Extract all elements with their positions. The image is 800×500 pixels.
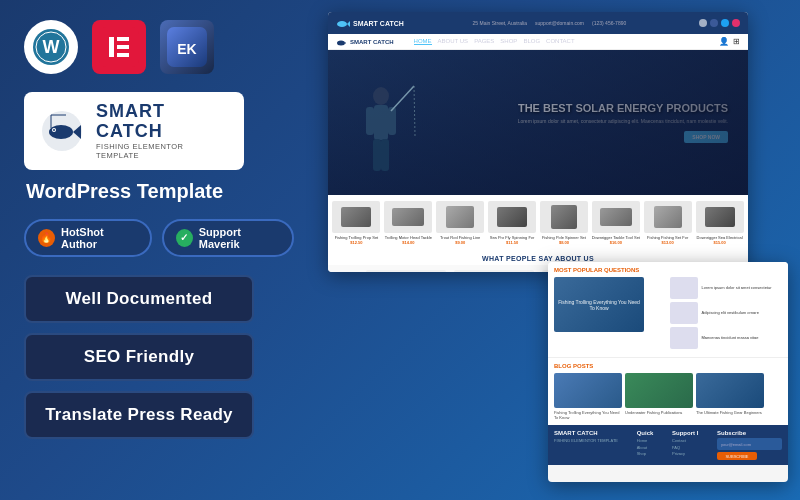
nav-shop[interactable]: SHOP — [500, 38, 517, 45]
q-img-2 — [670, 302, 698, 324]
prod-shape — [446, 206, 474, 228]
svg-text:W: W — [43, 37, 60, 57]
nav-user-icon: 👤 — [719, 37, 729, 46]
nav-pages[interactable]: PAGES — [474, 38, 494, 45]
product-price-5: $8.00 — [559, 240, 569, 245]
product-price-3: $9.00 — [455, 240, 465, 245]
preview-navbar: SMART CATCH HOME ABOUT US PAGES SHOP BLO… — [328, 34, 748, 50]
hotshot-label: HotShot Author — [61, 226, 138, 250]
product-image-3 — [436, 201, 484, 233]
preview-header: SMART CATCH 25 Main Street, Australia su… — [328, 12, 748, 34]
preview-social-icon-3 — [721, 19, 729, 27]
main-site-preview: SMART CATCH 25 Main Street, Australia su… — [328, 12, 748, 272]
nav-brand: SMART CATCH — [350, 39, 394, 45]
template-type-label: WordPress Template — [26, 180, 294, 203]
preview-footer: SMART CATCH FISHING ELEMENTOR TEMPLATE Q… — [548, 425, 788, 465]
q-text-3: Maecenas tincidunt massa vitae — [702, 335, 759, 340]
product-image-7 — [644, 201, 692, 233]
q-img-1 — [670, 277, 698, 299]
svg-rect-24 — [388, 107, 396, 135]
product-item-5: Fishing Pole Spinner Set $8.00 — [540, 201, 589, 245]
svg-text:EK: EK — [177, 41, 196, 57]
author-badges-row: 🔥 HotShot Author ✓ Support Maverik — [24, 219, 294, 257]
prod-shape — [341, 207, 371, 227]
secondary-site-preview: MOST POPULAR QUESTIONS Fishing Trolling … — [548, 262, 788, 482]
nav-blog[interactable]: BLOG — [523, 38, 540, 45]
left-column: W — [24, 20, 294, 449]
footer-subscribe-button[interactable]: SUBSCRIBE — [717, 452, 757, 460]
questions-content: Fishing Trolling Everything You Need To … — [554, 277, 782, 352]
questions-left: Fishing Trolling Everything You Need To … — [554, 277, 667, 352]
product-image-2 — [384, 201, 432, 233]
blog-post-text-1: Fishing Trolling Everything You Need To … — [554, 410, 622, 420]
blog-post-image-3 — [696, 373, 764, 408]
q-text-2: Adipiscing elit vestibulum ornare — [702, 310, 759, 315]
blog-posts-title: BLOG POSTS — [554, 363, 782, 369]
svg-point-21 — [373, 87, 389, 105]
popular-questions-title: MOST POPULAR QUESTIONS — [554, 267, 782, 273]
question-item-2: Adipiscing elit vestibulum ornare — [670, 302, 783, 324]
hotshot-icon: 🔥 — [38, 229, 55, 247]
svg-rect-23 — [366, 107, 374, 135]
svg-rect-25 — [373, 139, 381, 171]
footer-subscribe-title: Subscribe — [717, 430, 782, 436]
preview-social-icon-2 — [710, 19, 718, 27]
blog-post-2: Underwater Fishing Publications — [625, 373, 693, 420]
preview-logo: SMART CATCH — [336, 16, 404, 30]
brand-name: SMART CATCH — [96, 102, 228, 142]
blog-post-text-3: The Ultimate Fishing Gear Beginners — [696, 410, 764, 415]
elementor-icon — [92, 20, 146, 74]
prod-shape — [551, 205, 577, 229]
questions-featured-image: Fishing Trolling Everything You Need To … — [554, 277, 644, 332]
product-price-4: $11.50 — [506, 240, 518, 245]
q-text-1: Lorem ipsum dolor sit amet consectetur — [702, 285, 772, 290]
svg-rect-4 — [109, 37, 114, 57]
preview-hero: THE BEST SOLAR ENERGY PRODUCTS Lorem ips… — [328, 50, 748, 195]
hero-person-silhouette — [346, 81, 416, 195]
footer-brand: SMART CATCH — [554, 430, 618, 436]
product-item-1: Fishing Trolling Prop Set $12.50 — [332, 201, 381, 245]
brand-logo-box: SMART CATCH FISHING ELEMENTOR TEMPLATE — [24, 92, 244, 170]
question-item-1: Lorem ipsum dolor sit amet consectetur — [670, 277, 783, 299]
seo-friendly-button[interactable]: SEO Friendly — [24, 333, 254, 381]
nav-home[interactable]: HOME — [414, 38, 432, 45]
fish-logo-icon — [40, 109, 84, 153]
preview-products-row1: Fishing Trolling Prop Set $12.50 Trollin… — [328, 195, 748, 251]
translate-press-button[interactable]: Translate Press Ready — [24, 391, 254, 439]
testimonial-1: Lorem ipsum dolor sit amet consectetur a… — [366, 270, 446, 272]
footer-quick-title: Quick — [637, 430, 654, 436]
product-price-6: $16.00 — [610, 240, 622, 245]
preview-social-icon-4 — [732, 19, 740, 27]
svg-rect-6 — [117, 45, 129, 49]
prod-shape — [705, 207, 735, 227]
well-documented-button[interactable]: Well Documented — [24, 275, 254, 323]
support-icon: ✓ — [176, 229, 193, 247]
svg-point-17 — [337, 21, 347, 27]
prod-shape — [600, 208, 632, 226]
testimonial-2: Lorem ipsum dolor sit amet consectetur a… — [454, 270, 534, 272]
product-image-1 — [332, 201, 380, 233]
product-item-4: Sea Pro Fly Spinning For $11.50 — [488, 201, 537, 245]
product-item-6: Downrigger Tackle Tool Set $16.00 — [591, 201, 640, 245]
svg-marker-18 — [347, 21, 350, 27]
preview-site-name: SMART CATCH — [353, 20, 404, 27]
svg-rect-22 — [374, 105, 388, 140]
blog-posts-grid: Fishing Trolling Everything You Need To … — [554, 373, 782, 420]
prod-shape — [654, 206, 682, 228]
wordpress-icon: W — [24, 20, 78, 74]
logo-text: SMART CATCH FISHING ELEMENTOR TEMPLATE — [96, 102, 228, 160]
svg-rect-26 — [381, 139, 389, 171]
support-maverik-badge: ✓ Support Maverik — [162, 219, 294, 257]
svg-line-28 — [414, 86, 415, 136]
extras-kit-icon: EK — [160, 20, 214, 74]
footer-subscribe-input[interactable]: your@email.com — [717, 438, 782, 450]
nav-contact[interactable]: CONTACT — [546, 38, 575, 45]
platform-icons-row: W — [24, 20, 294, 74]
product-image-6 — [592, 201, 640, 233]
hotshot-author-badge: 🔥 HotShot Author — [24, 219, 152, 257]
product-item-8: Downrigger Sea Electrical $15.00 — [695, 201, 744, 245]
footer-support-title: Support I — [672, 430, 698, 436]
svg-point-14 — [53, 129, 55, 131]
svg-rect-5 — [117, 37, 129, 41]
nav-about[interactable]: ABOUT US — [438, 38, 469, 45]
